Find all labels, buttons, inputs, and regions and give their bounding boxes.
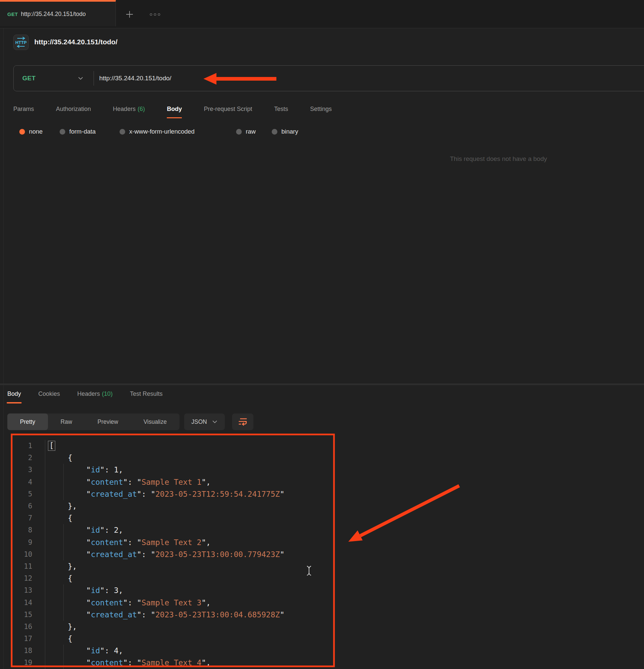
line-number: 14 [3, 596, 45, 608]
line-number: 15 [3, 609, 45, 621]
json-punctuation: " [280, 550, 284, 559]
request-tab-authorization[interactable]: Authorization [56, 104, 91, 117]
line-number: 10 [3, 549, 45, 560]
body-mode-none[interactable]: none [19, 128, 43, 135]
code-line-3[interactable]: 3 "id": 1, [3, 464, 403, 476]
json-punctuation: }, [49, 622, 77, 631]
line-number: 4 [3, 476, 45, 488]
line-wrap-button[interactable] [232, 413, 253, 430]
json-punctuation: ", [202, 538, 211, 547]
code-line-5[interactable]: 5 "created_at": "2023-05-23T12:59:54.241… [3, 488, 403, 500]
json-number: 3 [114, 586, 119, 595]
code-content: "content": "Sample Text 2", [45, 537, 403, 549]
line-number: 12 [3, 572, 45, 584]
http-request-icon: HTTP [13, 35, 29, 50]
json-punctuation: , [119, 586, 123, 595]
code-line-17[interactable]: 17 { [3, 633, 403, 645]
three-dots-icon [150, 13, 152, 16]
body-mode-binary[interactable]: binary [272, 128, 298, 135]
code-line-7[interactable]: 7 { [3, 512, 403, 524]
json-punctuation: [ [48, 441, 55, 451]
code-line-4[interactable]: 4 "content": "Sample Text 1", [3, 476, 403, 488]
body-mode-radios: noneform-datax-www-form-urlencodedrawbin… [0, 128, 644, 141]
json-punctuation: ": " [123, 538, 142, 547]
page-title: http://35.244.20.151/todo/ [34, 38, 118, 46]
code-content: [ [45, 440, 403, 452]
svg-text:HTTP: HTTP [15, 40, 27, 45]
response-body-code[interactable]: 1[2 {3 "id": 1,4 "content": "Sample Text… [3, 440, 403, 669]
request-tab-headers[interactable]: Headers(6) [113, 104, 145, 117]
body-mode-x-www-form-urlencoded[interactable]: x-www-form-urlencoded [119, 128, 194, 135]
code-content: "id": 4, [45, 645, 403, 657]
url-input[interactable]: http://35.244.20.151/todo/ [99, 75, 172, 82]
code-content: { [45, 452, 403, 464]
json-key: content [91, 598, 123, 607]
code-content: "created_at": "2023-05-23T12:59:54.24177… [45, 488, 403, 500]
code-line-1[interactable]: 1[ [3, 440, 403, 452]
chevron-down-icon [212, 420, 217, 424]
request-tab-body[interactable]: Body [167, 104, 182, 118]
response-tab-cookies[interactable]: Cookies [38, 390, 60, 397]
request-tab-params[interactable]: Params [13, 104, 34, 117]
format-dropdown[interactable]: JSON [184, 413, 225, 430]
code-line-10[interactable]: 10 "created_at": "2023-05-23T13:00:00.77… [3, 549, 403, 560]
code-content: "id": 3, [45, 584, 403, 596]
request-tab[interactable]: GET http://35.244.20.151/todo [0, 0, 116, 26]
code-line-13[interactable]: 13 "id": 3, [3, 584, 403, 596]
code-content: "id": 2, [45, 524, 403, 536]
json-punctuation: " [49, 598, 91, 607]
view-mode-raw[interactable]: Raw [48, 413, 85, 430]
json-string: Sample Text 3 [142, 598, 202, 607]
request-tab-label: Pre-request Script [204, 105, 252, 112]
json-punctuation: " [49, 586, 91, 595]
code-line-19[interactable]: 19 "content": "Sample Text 4", [3, 657, 403, 669]
response-tab-label: Cookies [38, 390, 60, 397]
json-punctuation: ": [100, 526, 114, 535]
line-number: 7 [3, 512, 45, 524]
body-mode-form-data[interactable]: form-data [60, 128, 96, 135]
response-section-divider[interactable] [0, 383, 644, 385]
response-tab-count: (10) [102, 390, 113, 397]
body-mode-raw[interactable]: raw [236, 128, 256, 135]
json-punctuation: " [49, 658, 91, 667]
body-mode-label: x-www-form-urlencoded [129, 128, 194, 135]
request-tab-settings[interactable]: Settings [310, 104, 332, 117]
request-tab-label: Settings [310, 105, 332, 112]
json-punctuation: , [119, 526, 123, 535]
code-content: }, [45, 621, 403, 633]
json-punctuation: " [49, 538, 91, 547]
code-line-9[interactable]: 9 "content": "Sample Text 2", [3, 537, 403, 549]
code-line-15[interactable]: 15 "created_at": "2023-05-23T13:00:04.68… [3, 609, 403, 621]
code-content: { [45, 572, 403, 584]
response-tab-body[interactable]: Body [7, 390, 21, 397]
request-tab-tests[interactable]: Tests [274, 104, 288, 117]
code-line-18[interactable]: 18 "id": 4, [3, 645, 403, 657]
json-string: 2023-05-23T12:59:54.241775Z [156, 490, 280, 498]
format-label: JSON [191, 418, 207, 425]
code-line-11[interactable]: 11 }, [3, 560, 403, 572]
code-line-12[interactable]: 12 { [3, 572, 403, 584]
json-punctuation: ": " [123, 598, 142, 607]
new-tab-button[interactable] [122, 7, 137, 21]
json-number: 1 [114, 466, 119, 474]
view-mode-pretty[interactable]: Pretty [7, 413, 48, 430]
tab-more-options-button[interactable] [146, 8, 164, 21]
view-mode-segmented-control: PrettyRawPreviewVisualize [7, 413, 179, 430]
json-punctuation: ": " [137, 490, 155, 498]
code-line-8[interactable]: 8 "id": 2, [3, 524, 403, 536]
url-bar-divider [93, 71, 94, 86]
request-tab-pre-request-script[interactable]: Pre-request Script [204, 104, 252, 117]
json-key: content [91, 478, 123, 486]
view-mode-preview[interactable]: Preview [85, 413, 131, 430]
code-line-6[interactable]: 6 }, [3, 500, 403, 512]
view-mode-visualize[interactable]: Visualize [131, 413, 179, 430]
code-content: "content": "Sample Text 4", [45, 657, 403, 669]
code-line-16[interactable]: 16 }, [3, 621, 403, 633]
code-line-2[interactable]: 2 { [3, 452, 403, 464]
response-tab-test-results[interactable]: Test Results [130, 390, 162, 397]
method-dropdown[interactable]: GET [14, 75, 93, 82]
response-tab-headers[interactable]: Headers(10) [77, 390, 113, 397]
line-number: 17 [3, 633, 45, 645]
json-punctuation: { [49, 574, 72, 583]
code-line-14[interactable]: 14 "content": "Sample Text 3", [3, 596, 403, 608]
